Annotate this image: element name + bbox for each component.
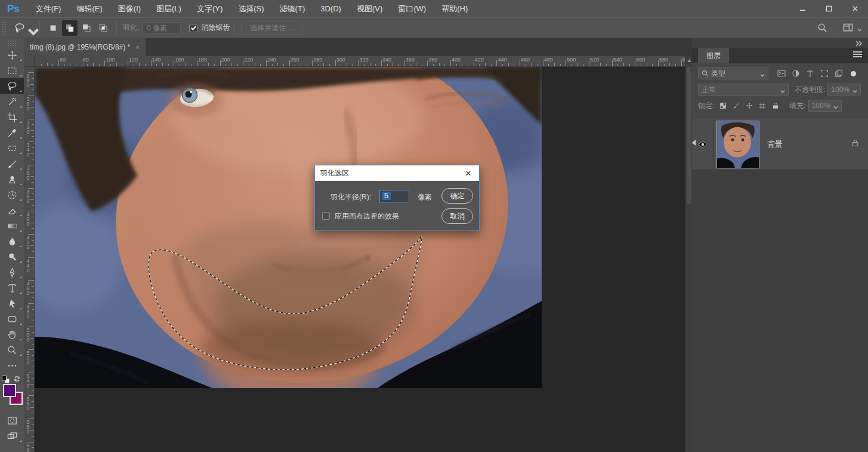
scroll-up-icon[interactable]: ▲ [687,58,691,63]
dialog-close-icon[interactable]: ✕ [463,169,474,178]
lasso-tool[interactable] [0,78,24,94]
eyedropper-tool[interactable] [0,125,24,140]
menu-item-5[interactable]: 选择(S) [230,0,271,17]
menu-item-3[interactable]: 图层(L) [149,0,189,17]
ruler-tick [249,64,249,66]
maximize-button[interactable] [816,0,842,17]
fill-select[interactable]: 100% [808,100,842,112]
gradient-tool[interactable] [0,218,24,233]
hand-tool[interactable] [0,327,24,342]
document-tab[interactable]: timg (8).jpg @ 195%(RGB/8#) * × [24,38,146,56]
screen-mode-button[interactable] [0,428,24,444]
new-selection-button[interactable] [45,20,61,36]
vertical-scrollbar[interactable]: ▲ [685,56,692,452]
ellipsis-more[interactable] [0,358,24,373]
shape-tool[interactable] [0,311,24,327]
search-icon[interactable] [814,20,830,36]
filter-toggle-lamp[interactable] [851,71,856,76]
layer-thumbnail[interactable] [716,121,759,168]
ruler-tick [606,64,607,66]
ruler-label: 300 [25,97,31,111]
collapse-panels-button[interactable] [692,38,868,48]
menu-item-2[interactable]: 图像(I) [110,0,149,17]
lock-image-icon[interactable] [730,100,743,111]
separator [234,20,235,36]
menu-item-10[interactable]: 帮助(H) [434,0,475,17]
anti-alias-checkbox[interactable] [189,24,197,32]
menu-item-1[interactable]: 编辑(E) [69,0,110,17]
zoom-tool[interactable] [0,342,24,358]
dialog-title-bar[interactable]: 羽化选区 ✕ [315,165,479,181]
blend-mode-select[interactable]: 正常 [698,84,789,96]
ruler-tick [468,64,468,66]
pen-tool[interactable] [0,265,24,280]
quick-mask-button[interactable] [0,413,24,428]
path-selection-tool[interactable] [0,296,24,311]
move-tool[interactable] [0,47,24,63]
intersect-selection-button[interactable] [95,20,111,36]
lock-transparency-icon[interactable] [716,100,730,111]
marquee-tool[interactable] [0,63,24,78]
menu-item-6[interactable]: 滤镜(T) [272,0,313,17]
opacity-select[interactable]: 100% [827,84,861,96]
close-button[interactable] [842,0,868,17]
shape-layer-filter-icon[interactable] [817,67,832,79]
add-to-selection-button[interactable] [62,20,78,36]
ruler-label: 200 [221,57,230,63]
select-and-mask-button[interactable]: 选择并遮住 ... [241,21,302,35]
quick-selection-tool[interactable] [0,94,24,109]
scrollbar-thumb[interactable] [687,67,691,204]
workspace-switcher-icon[interactable] [840,20,855,36]
smart-object-filter-icon[interactable] [832,67,846,79]
clone-stamp-tool[interactable] [0,171,24,187]
layer-lock-icon[interactable] [851,139,859,150]
adjustment-layer-filter-icon[interactable] [789,67,803,79]
tool-preset-picker[interactable] [11,21,35,35]
brush-tool[interactable] [0,156,24,171]
menu-item-8[interactable]: 视图(V) [349,0,390,17]
eraser-tool[interactable] [0,202,24,218]
dodge-tool[interactable] [0,249,24,265]
feather-radius-input[interactable]: 5 [379,190,409,202]
menu-item-9[interactable]: 窗口(W) [390,0,434,17]
subtract-from-selection-button[interactable] [79,20,94,36]
minimize-button[interactable] [789,0,816,17]
ruler-label: 280 [313,57,322,63]
filter-kind-select[interactable]: 类型 [698,67,768,79]
feather-input[interactable]: 0 像素 [143,22,181,34]
ruler-label: 360 [406,57,415,63]
feather-radius-value: 5 [382,192,391,200]
spot-healing-tool[interactable] [0,140,24,156]
ruler-tick [462,63,462,66]
panel-collapse-nub[interactable] [692,140,696,146]
menu-item-0[interactable]: 文件(F) [28,0,69,17]
menu-item-4[interactable]: 文字(Y) [189,0,230,17]
lock-position-icon[interactable] [743,100,756,111]
tab-close-icon[interactable]: × [135,44,139,51]
apply-canvas-bounds-checkbox[interactable] [322,212,330,220]
chevron-down-icon [760,71,765,76]
chevron-down-icon [833,103,838,108]
ok-button[interactable]: 确定 [441,188,473,204]
type-tool[interactable] [0,280,24,296]
pixel-layer-filter-icon[interactable] [774,67,789,79]
ruler-tick [496,60,497,66]
ruler-tick [589,60,589,66]
tab-layers[interactable]: 图层 [698,48,729,63]
lock-artboard-icon[interactable] [756,100,769,111]
panel-menu-icon[interactable] [853,50,862,60]
history-brush-tool[interactable] [0,187,24,202]
cancel-button[interactable]: 取消 [441,208,473,224]
type-layer-filter-icon[interactable] [803,67,817,79]
menu-item-7[interactable]: 3D(D) [313,0,349,17]
foreground-color-swatch[interactable] [3,384,16,397]
lock-icons [716,100,782,111]
crop-tool[interactable] [0,109,24,125]
document-viewport[interactable] [35,67,685,452]
ruler-tick [32,309,34,310]
canvas-area[interactable]: 6080100120140160180200220240260280300320… [24,56,692,452]
lock-all-icon[interactable] [769,100,782,111]
blur-tool[interactable] [0,233,24,249]
layer-row[interactable]: 背景 [692,119,868,170]
photoshop-window: Ps 文件(F)编辑(E)图像(I)图层(L)文字(Y)选择(S)滤镜(T)3D… [0,0,868,452]
